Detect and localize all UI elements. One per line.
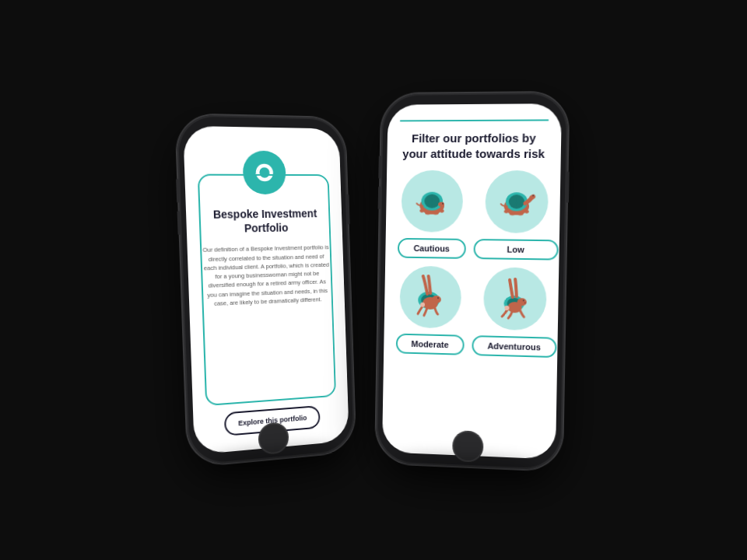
risk-card-adventurous: Adventurous bbox=[472, 267, 558, 358]
vol-down-button-right bbox=[378, 186, 381, 209]
scene: Bespoke Investment Portfolio Our definit… bbox=[0, 0, 747, 560]
cautious-button[interactable]: Cautious bbox=[398, 238, 466, 259]
vol-up-button bbox=[176, 179, 179, 203]
vol-up-button-right bbox=[378, 156, 381, 179]
tortoise-cautious-icon bbox=[407, 176, 458, 226]
left-phone: Bespoke Investment Portfolio Our definit… bbox=[176, 114, 355, 467]
portfolio-icon-circle bbox=[242, 151, 286, 195]
right-phone-screen: Filter our portfolios by your attitude t… bbox=[382, 103, 562, 460]
risk-card-moderate: Moderate bbox=[396, 266, 466, 355]
power-button-right bbox=[566, 171, 570, 203]
power-button bbox=[347, 194, 350, 225]
tortoise-low-icon bbox=[490, 177, 542, 228]
portfolio-icon bbox=[254, 162, 275, 184]
portfolio-description: Our definition of a Bespoke Investment p… bbox=[202, 243, 335, 401]
low-button[interactable]: Low bbox=[473, 239, 558, 261]
left-screen-content: Bespoke Investment Portfolio Our definit… bbox=[183, 126, 349, 455]
left-phone-screen: Bespoke Investment Portfolio Our definit… bbox=[183, 126, 349, 455]
phone-shadow-right bbox=[394, 456, 542, 478]
risk-card-low: Low bbox=[473, 170, 559, 261]
filter-title: Filter our portfolios by your attitude t… bbox=[399, 131, 549, 161]
hare-adventurous-icon bbox=[489, 273, 541, 325]
hare-moderate-icon bbox=[405, 271, 456, 323]
vol-down-button bbox=[177, 211, 181, 235]
risk-card-cautious: Cautious bbox=[398, 170, 468, 259]
animal-circle-low bbox=[485, 170, 549, 233]
animal-circle-cautious bbox=[402, 170, 464, 233]
animal-circle-moderate bbox=[400, 266, 462, 329]
adventurous-button[interactable]: Adventurous bbox=[472, 335, 556, 358]
moderate-button[interactable]: Moderate bbox=[396, 334, 465, 355]
portfolio-title: Bespoke Investment Portfolio bbox=[200, 206, 329, 236]
right-phone: Filter our portfolios by your attitude t… bbox=[376, 93, 568, 471]
animal-circle-adventurous bbox=[483, 267, 547, 331]
risk-options-grid: Cautious bbox=[395, 170, 548, 443]
right-screen-content: Filter our portfolios by your attitude t… bbox=[382, 103, 562, 460]
top-accent-line bbox=[400, 119, 549, 121]
